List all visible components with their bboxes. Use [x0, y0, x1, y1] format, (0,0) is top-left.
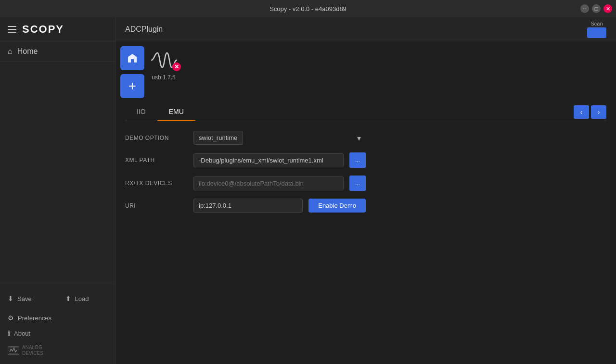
xml-path-row: XML PATH ...	[125, 152, 366, 168]
preferences-label: Preferences	[18, 314, 51, 322]
demo-option-select[interactable]: swiot_runtime demo1 demo2	[193, 131, 243, 145]
analog-devices-logo: ANALOGDEVICES	[0, 341, 115, 360]
minimize-button[interactable]: ─	[580, 4, 589, 13]
close-button[interactable]: ✕	[603, 4, 612, 13]
load-button[interactable]: ⬆ Load	[58, 291, 116, 306]
tabs-container: IIO EMU ‹ ›	[125, 103, 606, 121]
xml-browse-button[interactable]: ...	[349, 152, 366, 168]
preferences-button[interactable]: ⚙ Preferences	[0, 310, 115, 326]
uri-row: URI Enable Demo	[125, 199, 366, 213]
save-label: Save	[17, 295, 32, 302]
demo-option-label: DEMO OPTION	[125, 135, 188, 141]
load-label: Load	[75, 295, 89, 302]
enable-demo-button[interactable]: Enable Demo	[308, 199, 366, 213]
save-button[interactable]: ⬇ Save	[0, 291, 58, 306]
plugin-title: ADCPlugin	[125, 25, 163, 34]
scopy-logo: SCOPY	[22, 23, 64, 36]
svg-rect-1	[131, 59, 134, 63]
titlebar: Scopy - v2.0.0 - e4a093d89 ─ □ ✕	[0, 0, 616, 17]
tabs-navigation: ‹ ›	[574, 105, 606, 119]
save-load-row: ⬇ Save ⬆ Load	[0, 287, 115, 310]
ad-logo-box	[8, 346, 19, 355]
topbar: ADCPlugin Scan	[116, 17, 616, 41]
uri-label: URI	[125, 202, 188, 209]
rxtx-row: RX/TX DEVICES ...	[125, 176, 366, 191]
scan-label: Scan	[590, 21, 603, 26]
window-controls: ─ □ ✕	[580, 4, 612, 13]
maximize-button[interactable]: □	[592, 4, 601, 13]
rxtx-input[interactable]	[193, 176, 344, 190]
uri-input[interactable]	[193, 199, 303, 213]
instrument-buttons: +	[120, 46, 144, 98]
info-icon: ℹ	[8, 329, 10, 337]
add-instrument-button[interactable]: +	[120, 74, 144, 98]
remove-device-button[interactable]: ✕	[172, 63, 181, 71]
rxtx-browse-button[interactable]: ...	[349, 176, 366, 191]
scan-button[interactable]	[587, 27, 606, 38]
save-icon: ⬇	[8, 295, 13, 302]
home-label: Home	[17, 47, 38, 56]
hamburger-icon[interactable]	[8, 26, 16, 33]
sidebar-item-home[interactable]: ⌂ Home	[0, 41, 115, 62]
tab-next-button[interactable]: ›	[591, 105, 606, 119]
plus-icon: +	[128, 78, 136, 94]
panel: IIO EMU ‹ › DEMO OPTION swiot_runtime de…	[116, 103, 616, 364]
device-label: usb:1.7.5	[152, 74, 175, 81]
instrument-area: + ✕ usb:1.7.5	[116, 41, 616, 103]
home-icon: ⌂	[8, 47, 13, 56]
sidebar-footer: ⬇ Save ⬆ Load ⚙ Preferences ℹ About	[0, 283, 115, 364]
gear-icon: ⚙	[8, 314, 14, 322]
xml-path-label: XML PATH	[125, 157, 188, 163]
rxtx-label: RX/TX DEVICES	[125, 180, 188, 187]
scan-area: Scan	[587, 21, 606, 38]
tab-iio[interactable]: IIO	[125, 103, 157, 121]
app-layout: SCOPY ⌂ Home ⬇ Save ⬆ Load ⚙ Preferen	[0, 17, 616, 364]
xml-path-input[interactable]	[193, 153, 344, 167]
tab-emu[interactable]: EMU	[157, 103, 195, 121]
demo-option-row: DEMO OPTION swiot_runtime demo1 demo2	[125, 131, 366, 145]
emu-form: DEMO OPTION swiot_runtime demo1 demo2 XM…	[125, 131, 366, 213]
about-button[interactable]: ℹ About	[0, 326, 115, 341]
window-title: Scopy - v2.0.0 - e4a093d89	[270, 5, 346, 13]
device-card: ✕ usb:1.7.5	[149, 48, 178, 81]
sidebar-header: SCOPY	[0, 17, 115, 41]
home-instrument-button[interactable]	[120, 46, 144, 70]
about-label: About	[14, 330, 30, 337]
demo-option-select-wrapper: swiot_runtime demo1 demo2	[193, 131, 366, 145]
load-icon: ⬆	[65, 295, 71, 302]
analog-devices-text: ANALOGDEVICES	[22, 345, 43, 356]
sidebar: SCOPY ⌂ Home ⬇ Save ⬆ Load ⚙ Preferen	[0, 17, 116, 364]
sidebar-nav: ⌂ Home	[0, 41, 115, 283]
main-content: ADCPlugin Scan +	[116, 17, 616, 364]
tab-prev-button[interactable]: ‹	[574, 105, 589, 119]
